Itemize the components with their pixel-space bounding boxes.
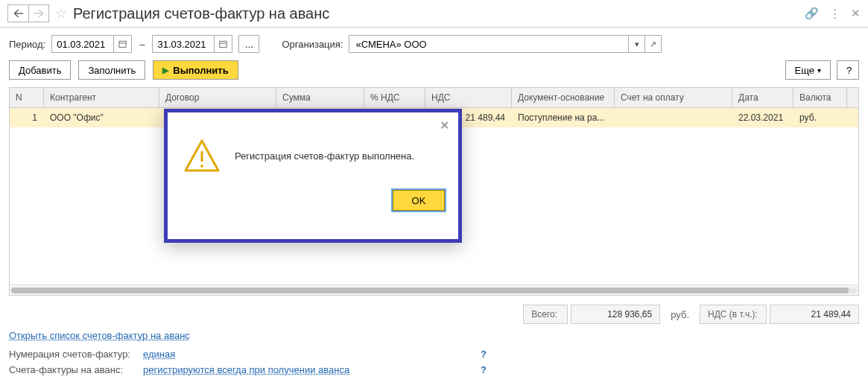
favorite-icon[interactable]: ☆	[55, 5, 67, 22]
org-dropdown-icon[interactable]: ▾	[628, 36, 644, 52]
cell-n: 1	[10, 109, 44, 126]
period-label: Период:	[9, 39, 45, 50]
col-currency[interactable]: Валюта	[793, 88, 847, 107]
total-label: Всего:	[523, 305, 568, 324]
window-header: ☆ Регистрация счетов-фактур на аванс 🔗 ⋮…	[0, 0, 868, 28]
cell-doc-base: Поступление на ра...	[512, 109, 615, 126]
numbering-help-icon[interactable]: ?	[481, 349, 487, 360]
org-input[interactable]	[349, 36, 628, 52]
more-label: Еще	[795, 65, 814, 76]
cell-schet	[615, 115, 732, 121]
open-sf-list-link[interactable]: Открыть список счетов-фактур на аванс	[9, 330, 190, 341]
filter-row: Период: – ... Организация: ▾ ↗	[0, 28, 868, 60]
svg-rect-0	[119, 41, 126, 47]
period-dash: –	[139, 39, 145, 50]
sf-avans-label: Счета-фактуры на аванс:	[9, 364, 143, 375]
numbering-link[interactable]: единая	[143, 349, 175, 360]
help-button[interactable]: ?	[837, 60, 859, 80]
dialog-close-icon[interactable]: ✕	[440, 118, 449, 133]
svg-point-5	[200, 165, 203, 168]
col-pct-nds[interactable]: % НДС	[364, 88, 425, 107]
kebab-icon[interactable]: ⋮	[829, 7, 840, 20]
execute-button[interactable]: ▶ Выполнить	[153, 60, 238, 80]
col-sum[interactable]: Сумма	[276, 88, 364, 107]
calendar-to-icon[interactable]	[214, 36, 232, 52]
dialog-ok-button[interactable]: OK	[393, 190, 445, 211]
footer-link-row: Открыть список счетов-фактур на аванс	[0, 328, 868, 349]
calendar-from-icon[interactable]	[113, 36, 131, 52]
org-field[interactable]: ▾ ↗	[349, 35, 662, 53]
col-schet[interactable]: Счет на оплату	[615, 88, 732, 107]
svg-rect-2	[220, 41, 226, 47]
message-dialog: ✕ Регистрация счетов-фактур выполнена. O…	[164, 109, 462, 243]
total-unit: руб.	[663, 309, 697, 320]
sf-avans-help-icon[interactable]: ?	[481, 364, 487, 375]
table-header: N Контрагент Договор Сумма % НДС НДС Док…	[10, 88, 858, 108]
page-title: Регистрация счетов-фактур на аванс	[73, 5, 329, 22]
nav-forward-button[interactable]	[28, 4, 49, 22]
toolbar: Добавить Заполнить ▶ Выполнить Еще ▾ ?	[0, 60, 868, 87]
org-open-icon[interactable]: ↗	[644, 36, 661, 52]
col-contract[interactable]: Договор	[159, 88, 276, 107]
col-contragent[interactable]: Контрагент	[44, 88, 159, 107]
fill-button[interactable]: Заполнить	[78, 60, 145, 80]
col-n[interactable]: N	[10, 88, 44, 107]
cell-contragent: ООО "Офис"	[44, 109, 159, 126]
sf-avans-link[interactable]: регистрируются всегда при получении аван…	[143, 364, 349, 375]
date-to-field[interactable]	[152, 35, 232, 53]
org-label: Организация:	[282, 39, 343, 50]
nds-value: 21 489,44	[770, 305, 859, 324]
cell-date: 22.03.2021	[732, 109, 793, 126]
cell-currency: руб.	[793, 109, 847, 126]
col-date[interactable]: Дата	[732, 88, 793, 107]
total-value: 128 936,65	[571, 305, 660, 324]
date-to-input[interactable]	[153, 36, 214, 52]
nds-label: НДС (в т.ч.):	[700, 305, 767, 324]
execute-label: Выполнить	[173, 65, 228, 76]
footer-settings: Нумерация счетов-фактур: единая ? Счета-…	[0, 349, 868, 384]
horizontal-scrollbar[interactable]	[10, 284, 858, 295]
warning-icon	[183, 138, 221, 174]
more-button[interactable]: Еще ▾	[785, 60, 831, 80]
totals-row: Всего: 128 936,65 руб. НДС (в т.ч.): 21 …	[0, 300, 868, 328]
date-from-field[interactable]	[51, 35, 132, 53]
nav-back-button[interactable]	[7, 4, 28, 22]
add-button[interactable]: Добавить	[9, 60, 71, 80]
period-picker-button[interactable]: ...	[238, 35, 259, 53]
close-window-icon[interactable]: ✕	[851, 7, 861, 20]
link-icon[interactable]: 🔗	[805, 7, 819, 20]
numbering-label: Нумерация счетов-фактур:	[9, 349, 143, 360]
play-icon: ▶	[162, 66, 168, 75]
col-nds[interactable]: НДС	[425, 88, 512, 107]
date-from-input[interactable]	[52, 36, 113, 52]
col-doc-base[interactable]: Документ-основание	[512, 88, 615, 107]
dialog-message: Регистрация счетов-фактур выполнена.	[235, 150, 414, 162]
chevron-down-icon: ▾	[817, 66, 821, 74]
